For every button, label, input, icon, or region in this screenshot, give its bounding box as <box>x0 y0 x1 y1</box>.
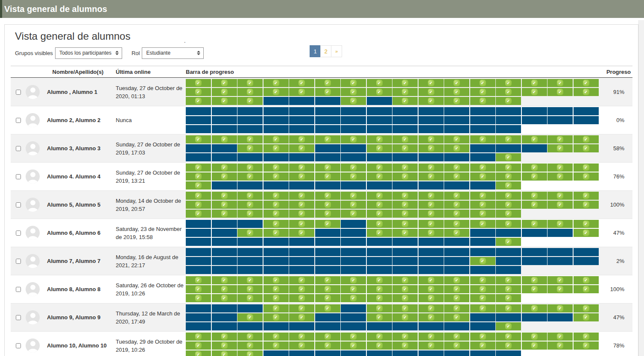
activity-cell-complete[interactable]: ✓ <box>496 153 521 161</box>
activity-cell-incomplete[interactable] <box>186 153 211 161</box>
activity-cell-incomplete[interactable] <box>470 107 495 115</box>
activity-cell-incomplete[interactable] <box>496 350 521 356</box>
activity-cell-complete[interactable]: ✓ <box>419 88 444 96</box>
activity-cell-complete[interactable]: ✓ <box>263 88 289 96</box>
activity-cell-complete[interactable]: ✓ <box>237 229 263 237</box>
activity-cell-complete[interactable]: ✓ <box>574 144 599 152</box>
activity-cell-complete[interactable]: ✓ <box>341 88 366 96</box>
activity-cell-complete[interactable]: ✓ <box>289 229 314 237</box>
activity-cell-incomplete[interactable] <box>212 257 237 265</box>
activity-cell-incomplete[interactable] <box>341 304 366 312</box>
activity-cell-complete[interactable]: ✓ <box>237 97 263 105</box>
activity-cell-complete[interactable]: ✓ <box>522 276 547 284</box>
activity-cell-incomplete[interactable] <box>315 322 340 330</box>
activity-cell-incomplete[interactable] <box>419 107 444 115</box>
activity-cell-complete[interactable]: ✓ <box>289 163 314 172</box>
vertical-scrollbar[interactable] <box>638 20 644 356</box>
activity-cell-incomplete[interactable] <box>186 248 211 256</box>
activity-cell-complete[interactable]: ✓ <box>392 144 418 152</box>
activity-cell-complete[interactable]: ✓ <box>496 210 521 218</box>
activity-cell-incomplete[interactable] <box>470 238 495 246</box>
activity-cell-complete[interactable]: ✓ <box>574 201 599 209</box>
activity-cell-incomplete[interactable] <box>574 107 599 115</box>
activity-cell-incomplete[interactable] <box>315 153 340 161</box>
activity-cell-complete[interactable]: ✓ <box>212 210 237 218</box>
activity-cell-complete[interactable]: ✓ <box>367 144 392 152</box>
next-page-button[interactable]: » <box>331 45 342 57</box>
activity-cell-incomplete[interactable] <box>496 248 521 256</box>
activity-cell-complete[interactable]: ✓ <box>289 135 314 143</box>
activity-cell-complete[interactable]: ✓ <box>444 79 469 87</box>
activity-cell-complete[interactable]: ✓ <box>496 341 521 350</box>
activity-cell-incomplete[interactable] <box>496 144 521 152</box>
activity-cell-incomplete[interactable] <box>522 144 547 152</box>
activity-cell-complete[interactable]: ✓ <box>341 333 366 341</box>
activity-cell-incomplete[interactable] <box>496 229 521 237</box>
activity-cell-complete[interactable]: ✓ <box>496 276 521 284</box>
activity-cell-complete[interactable]: ✓ <box>289 294 314 302</box>
activity-cell-complete[interactable]: ✓ <box>289 304 314 312</box>
activity-cell-incomplete[interactable] <box>212 181 237 190</box>
activity-cell-incomplete[interactable] <box>419 125 444 133</box>
activity-cell-complete[interactable]: ✓ <box>547 341 573 350</box>
activity-cell-incomplete[interactable] <box>367 238 392 246</box>
activity-cell-incomplete[interactable] <box>237 248 263 256</box>
activity-cell-complete[interactable]: ✓ <box>574 341 599 350</box>
activity-cell-complete[interactable]: ✓ <box>341 341 366 350</box>
activity-cell-complete[interactable]: ✓ <box>186 341 211 350</box>
activity-cell-incomplete[interactable] <box>212 125 237 133</box>
activity-cell-incomplete[interactable] <box>315 313 340 321</box>
row-checkbox[interactable] <box>16 343 21 348</box>
activity-cell-complete[interactable]: ✓ <box>522 304 547 312</box>
activity-cell-complete[interactable]: ✓ <box>419 144 444 152</box>
activity-cell-incomplete[interactable] <box>496 125 521 133</box>
activity-cell-incomplete[interactable] <box>341 107 366 115</box>
activity-cell-incomplete[interactable] <box>263 248 289 256</box>
activity-cell-incomplete[interactable] <box>341 313 366 321</box>
activity-cell-complete[interactable]: ✓ <box>496 192 521 200</box>
activity-cell-complete[interactable]: ✓ <box>470 201 495 209</box>
activity-cell-incomplete[interactable] <box>186 238 211 246</box>
activity-cell-complete[interactable]: ✓ <box>392 304 418 312</box>
activity-cell-complete[interactable]: ✓ <box>289 276 314 284</box>
activity-cell-complete[interactable]: ✓ <box>419 163 444 172</box>
activity-cell-complete[interactable]: ✓ <box>289 220 314 228</box>
activity-cell-complete[interactable]: ✓ <box>212 201 237 209</box>
groups-select[interactable]: Todos los participantes <box>55 47 122 59</box>
activity-cell-complete[interactable]: ✓ <box>496 333 521 341</box>
activity-cell-incomplete[interactable] <box>444 350 469 356</box>
activity-cell-complete[interactable]: ✓ <box>367 220 392 228</box>
activity-cell-complete[interactable]: ✓ <box>574 88 599 96</box>
activity-cell-complete[interactable]: ✓ <box>392 163 418 172</box>
activity-cell-incomplete[interactable] <box>522 313 547 321</box>
activity-cell-complete[interactable]: ✓ <box>470 294 495 302</box>
activity-cell-incomplete[interactable] <box>263 322 289 330</box>
activity-cell-incomplete[interactable] <box>470 181 495 190</box>
activity-cell-complete[interactable]: ✓ <box>263 276 289 284</box>
activity-cell-complete[interactable]: ✓ <box>212 79 237 87</box>
activity-cell-complete[interactable]: ✓ <box>367 163 392 172</box>
activity-cell-incomplete[interactable] <box>341 220 366 228</box>
activity-cell-incomplete[interactable] <box>367 153 392 161</box>
activity-cell-incomplete[interactable] <box>496 313 521 321</box>
activity-cell-complete[interactable]: ✓ <box>263 294 289 302</box>
activity-cell-complete[interactable]: ✓ <box>315 79 340 87</box>
activity-cell-incomplete[interactable] <box>341 125 366 133</box>
activity-cell-complete[interactable]: ✓ <box>470 135 495 143</box>
activity-cell-complete[interactable]: ✓ <box>212 285 237 293</box>
activity-cell-incomplete[interactable] <box>237 107 263 115</box>
activity-cell-incomplete[interactable] <box>522 107 547 115</box>
activity-cell-complete[interactable]: ✓ <box>315 276 340 284</box>
activity-cell-incomplete[interactable] <box>522 229 547 237</box>
activity-cell-incomplete[interactable] <box>392 107 418 115</box>
activity-cell-complete[interactable]: ✓ <box>470 257 495 265</box>
activity-cell-incomplete[interactable] <box>522 116 547 124</box>
activity-cell-complete[interactable]: ✓ <box>444 285 469 293</box>
activity-cell-incomplete[interactable] <box>470 125 495 133</box>
activity-cell-complete[interactable]: ✓ <box>419 294 444 302</box>
activity-cell-incomplete[interactable] <box>237 238 263 246</box>
activity-cell-incomplete[interactable] <box>470 144 495 152</box>
activity-cell-complete[interactable]: ✓ <box>419 229 444 237</box>
activity-cell-complete[interactable]: ✓ <box>289 341 314 350</box>
activity-cell-complete[interactable]: ✓ <box>547 144 573 152</box>
